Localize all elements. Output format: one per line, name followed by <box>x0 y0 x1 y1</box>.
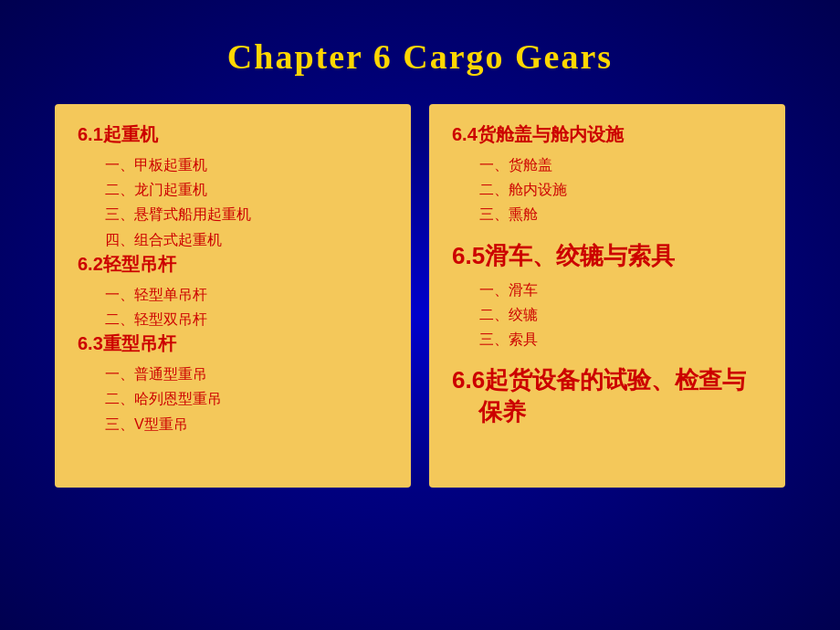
section-6-4: 6.4货舱盖与舱内设施 一、货舱盖 二、舱内设施 三、熏舱 <box>452 122 762 227</box>
section-6-5-item-2: 二、绞辘 <box>452 302 762 327</box>
section-6-5-title: 6.5滑车、绞辘与索具 <box>452 240 762 272</box>
section-6-2-item-1: 一、轻型单吊杆 <box>78 282 388 307</box>
section-6-4-item-2: 二、舱内设施 <box>452 177 762 202</box>
section-6-5-item-3: 三、索具 <box>452 327 762 352</box>
section-6-3-title: 6.3重型吊杆 <box>78 331 388 356</box>
section-6-5: 6.5滑车、绞辘与索具 一、滑车 二、绞辘 三、索具 <box>452 240 762 352</box>
section-6-4-item-1: 一、货舱盖 <box>452 152 762 177</box>
right-panel: 6.4货舱盖与舱内设施 一、货舱盖 二、舱内设施 三、熏舱 6.5滑车、绞辘与索… <box>429 104 785 488</box>
section-6-1-item-4: 四、组合式起重机 <box>78 227 388 252</box>
section-6-1: 6.1起重机 一、甲板起重机 二、龙门起重机 三、悬臂式船用起重机 四、组合式起… <box>78 122 388 252</box>
section-6-1-item-2: 二、龙门起重机 <box>78 177 388 202</box>
section-6-4-item-3: 三、熏舱 <box>452 202 762 226</box>
section-6-2-title: 6.2轻型吊杆 <box>78 252 388 277</box>
section-6-6-title: 6.6起货设备的试验、检查与 保养 <box>452 364 762 428</box>
section-6-3-item-2: 二、哈列恩型重吊 <box>78 386 388 411</box>
section-6-6: 6.6起货设备的试验、检查与 保养 <box>452 364 762 428</box>
section-6-2-item-2: 二、轻型双吊杆 <box>78 307 388 331</box>
section-6-5-item-1: 一、滑车 <box>452 278 762 302</box>
section-6-1-title: 6.1起重机 <box>78 122 388 147</box>
section-6-4-title: 6.4货舱盖与舱内设施 <box>452 122 762 147</box>
left-panel: 6.1起重机 一、甲板起重机 二、龙门起重机 三、悬臂式船用起重机 四、组合式起… <box>55 104 411 488</box>
section-6-3: 6.3重型吊杆 一、普通型重吊 二、哈列恩型重吊 三、V型重吊 <box>78 331 388 436</box>
section-6-3-item-1: 一、普通型重吊 <box>78 362 388 386</box>
title-area: Chapter 6 Cargo Gears <box>0 0 840 104</box>
section-6-1-item-3: 三、悬臂式船用起重机 <box>78 202 388 226</box>
content-area: 6.1起重机 一、甲板起重机 二、龙门起重机 三、悬臂式船用起重机 四、组合式起… <box>0 104 840 488</box>
section-6-3-item-3: 三、V型重吊 <box>78 412 388 436</box>
section-6-2: 6.2轻型吊杆 一、轻型单吊杆 二、轻型双吊杆 <box>78 252 388 331</box>
section-6-1-item-1: 一、甲板起重机 <box>78 152 388 177</box>
page-title: Chapter 6 Cargo Gears <box>0 37 840 77</box>
